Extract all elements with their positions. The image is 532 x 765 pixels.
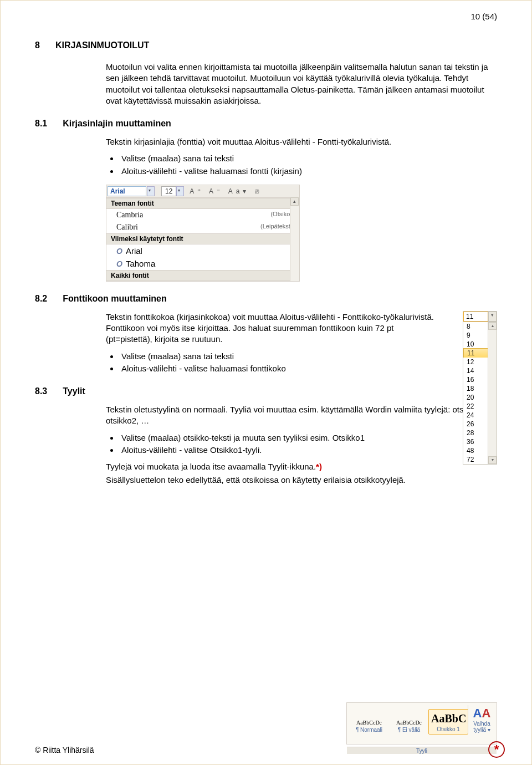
heading-8-3: 8.3 Tyylit xyxy=(35,386,497,396)
list-item: Aloitus-välilehti - valitse haluamasi fo… xyxy=(119,166,497,177)
style-tile-heading1[interactable]: AaBbC Otsikko 1 xyxy=(428,709,468,735)
font-option[interactable]: Calibri (Leipäteksti) xyxy=(106,221,299,233)
font-size-dropdown-button[interactable]: ▾ xyxy=(488,312,497,322)
list-item: Aloitus-välilehti - valitse haluamasi fo… xyxy=(119,363,497,374)
intro-paragraph: Muotoilun voi valita ennen kirjoittamist… xyxy=(106,62,497,106)
s81-bullets: Valitse (maalaa) sana tai teksti Aloitus… xyxy=(119,153,497,177)
list-item: Valitse (maalaa) sana tai teksti xyxy=(119,153,497,164)
s83-p1: Tekstin oletustyylinä on normaali. Tyyli… xyxy=(106,404,497,427)
style-tile-no-spacing[interactable]: AaBbCcDc ¶ Ei väliä xyxy=(389,717,429,734)
copyright: © Riitta Ylihärsilä xyxy=(35,746,94,754)
styles-group-label: Tyyli xyxy=(347,747,497,754)
all-fonts-header: Kaikki fontit xyxy=(106,270,299,281)
h2-title: Kirjasinlajin muuttaminen xyxy=(63,119,171,129)
font-option[interactable]: Cambria (Otsikot) xyxy=(106,209,299,221)
h1-title: KIRJASINMUOTOILUT xyxy=(55,40,149,50)
font-size-selected[interactable]: 11 xyxy=(463,312,488,322)
change-style-icon: AA xyxy=(469,706,494,721)
font-toolbar-icons: A⁺ A⁻ Aa▾ ⎚ xyxy=(190,187,262,195)
styles-gallery: AaBbCcDc ¶ Normaali AaBbCcDc ¶ Ei väliä … xyxy=(346,702,497,744)
heading-8-1: 8.1 Kirjasinlajin muuttaminen xyxy=(35,119,497,129)
theme-fonts-header: Teeman fontit xyxy=(106,198,299,209)
page-number: 10 (54) xyxy=(470,12,497,21)
s82-bullets: Valitse (maalaa) sana tai teksti Aloitus… xyxy=(119,351,497,375)
font-size-combo[interactable]: 12 xyxy=(161,186,176,196)
recent-fonts-header: Viimeksi käytetyt fontit xyxy=(106,233,299,244)
scrollbar[interactable]: ▴ xyxy=(290,197,299,281)
heading-8-2: 8.2 Fonttikoon muuttaminen xyxy=(35,294,497,304)
s82-text: Tekstin fonttikokoa (kirjasinkokoa) voit… xyxy=(106,312,442,345)
truetype-icon: O xyxy=(116,259,122,268)
h2-num: 8.2 xyxy=(35,294,47,304)
s83-p2: Tyylejä voi muokata ja luoda itse avaama… xyxy=(106,461,497,486)
footnote-star: *) xyxy=(316,462,322,471)
scrollbar[interactable]: ▴ ▾ xyxy=(488,322,497,464)
style-tile-normal[interactable]: AaBbCcDc ¶ Normaali xyxy=(349,717,389,734)
h2-num: 8.1 xyxy=(35,119,47,129)
truetype-icon: O xyxy=(116,247,122,256)
font-size-dropdown-button[interactable] xyxy=(176,186,184,196)
h2-num: 8.3 xyxy=(35,386,47,396)
scroll-up-icon[interactable]: ▴ xyxy=(290,197,299,206)
font-size-list: 11 ▾ ▴ ▾ 891011121416182022242628364872 xyxy=(463,311,497,465)
s83-bullets: Valitse (maalaa) otsikko-teksti ja muuta… xyxy=(119,432,497,456)
scroll-up-icon[interactable]: ▴ xyxy=(488,322,497,330)
h2-title: Tyylit xyxy=(63,386,85,396)
font-name-dropdown-button[interactable] xyxy=(147,186,155,196)
h1-num: 8 xyxy=(35,40,40,50)
list-item: Valitse (maalaa) sana tai teksti xyxy=(119,351,497,362)
font-picker-dropdown: Arial 12 A⁺ A⁻ Aa▾ ⎚ Teeman fontit Cambr… xyxy=(106,185,300,282)
list-item: Valitse (maalaa) otsikko-teksti ja muuta… xyxy=(119,432,497,443)
font-name-combo[interactable]: Arial xyxy=(108,186,146,196)
font-option[interactable]: OArial xyxy=(106,244,299,257)
scroll-down-icon[interactable]: ▾ xyxy=(488,456,497,464)
dialog-launcher-highlight: * xyxy=(488,741,505,758)
h2-title: Fonttikoon muuttaminen xyxy=(63,294,167,304)
change-style-button[interactable]: AA Vaihda tyyliä ▾ xyxy=(468,705,495,734)
list-item: Aloitus-välilehti - valitse Otsikko1-tyy… xyxy=(119,445,497,456)
font-option[interactable]: OTahoma xyxy=(106,257,299,270)
heading-1: 8 KIRJASINMUOTOILUT xyxy=(35,40,497,50)
s81-text: Tekstin kirjasinlajia (fonttia) voit muu… xyxy=(106,136,497,147)
